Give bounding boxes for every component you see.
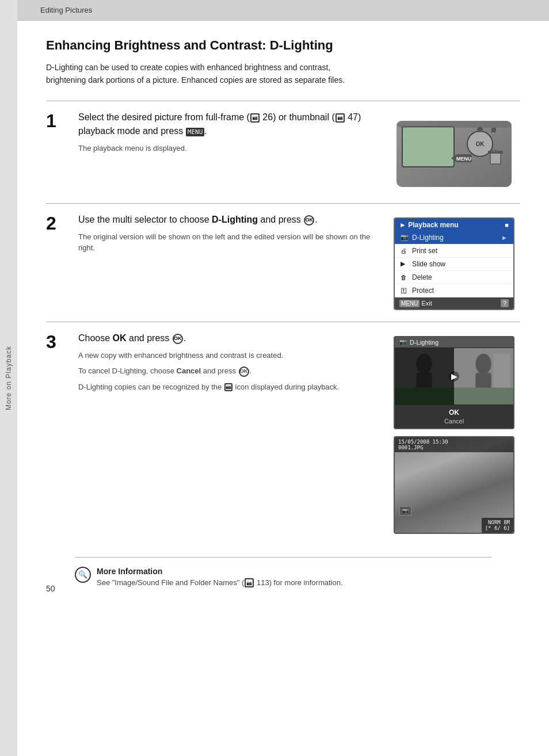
pb-item-label-delete: Delete	[412, 273, 432, 281]
step-1-title: Select the desired picture from full-fra…	[78, 110, 382, 138]
photo-dl-badge: 📷	[399, 506, 411, 516]
page-title: Enhancing Brightness and Contrast: D-Lig…	[46, 38, 520, 53]
more-info-icon: 🔍	[75, 567, 91, 583]
protect-icon: ⚿	[401, 287, 409, 294]
more-info-text: See "Image/Sound File and Folder Names" …	[97, 578, 491, 588]
step-3-body: Choose OK and press OK. A new copy with …	[78, 331, 382, 534]
dl-original-img	[395, 348, 454, 405]
step-2-image: ► Playback menu ■ 📷 D-Lighting ► 🖨 Print…	[394, 213, 520, 310]
step-3-desc: A new copy with enhanced brightness and …	[78, 350, 382, 393]
step-1-body: Select the desired picture from full-fra…	[78, 110, 382, 192]
dlighting-btn-area: OK Cancel	[395, 405, 513, 428]
dlighting-icon: 📷	[401, 234, 409, 241]
pb-item-label-dlighting: D-Lighting	[412, 234, 444, 242]
sidebar: More on Playback	[0, 0, 17, 756]
header-bar: Editing Pictures	[17, 0, 549, 21]
step-3: 3 Choose OK and press OK. A new copy wit…	[46, 322, 520, 534]
step-3-desc-3: D-Lighting copies can be recognized by t…	[78, 381, 382, 393]
photo-with-overlay: 15/05/2008 15:300001.JPG 📷 NORM 8M[* 6/ …	[394, 436, 514, 534]
step-1-image: OK MENU	[394, 110, 520, 192]
photo-overlay-bottom: NORM 8M[* 6/ 6]	[482, 518, 513, 533]
svg-rect-8	[490, 152, 501, 164]
pb-menu-scroll: ■	[505, 222, 509, 228]
menu-symbol-1: MENU	[186, 128, 205, 136]
svg-rect-2	[402, 127, 454, 167]
dlighting-arrow: ►	[501, 234, 508, 241]
step-2-desc: The original version will be shown on th…	[78, 231, 382, 254]
dl-center-arrow: ▶	[449, 371, 459, 381]
breadcrumb: Editing Pictures	[40, 6, 92, 14]
pb-menu-item-printset: 🖨 Print set	[395, 245, 513, 258]
svg-rect-17	[395, 387, 454, 404]
pb-help-icon: ?	[501, 299, 509, 307]
camera-diagram: OK MENU	[394, 115, 514, 190]
svg-rect-21	[454, 387, 513, 404]
pb-item-label-slideshow: Slide show	[412, 260, 445, 268]
step-3-title: Choose OK and press OK.	[78, 331, 382, 345]
pb-menu-item-delete: 🗑 Delete	[395, 271, 513, 284]
step-2: 2 Use the multi selector to choose D-Lig…	[46, 203, 520, 310]
printset-icon: 🖨	[401, 247, 409, 254]
pb-menu-title: ► Playback menu	[399, 221, 459, 229]
pb-item-label-printset: Print set	[412, 247, 437, 255]
pb-item-label-protect: Protect	[412, 287, 434, 295]
step-2-number: 2	[46, 214, 69, 232]
ref-icon-1: 📷	[250, 113, 260, 123]
photo-overlay-top: 15/05/2008 15:300001.JPG	[395, 437, 513, 452]
svg-rect-22	[494, 354, 510, 388]
svg-rect-12	[491, 128, 496, 132]
dl-enhanced-img	[454, 348, 513, 405]
ref-icon-2: 📷	[336, 113, 345, 123]
page-body: Enhancing Brightness and Contrast: D-Lig…	[17, 21, 549, 605]
step-1-number: 1	[46, 112, 69, 130]
svg-point-15	[416, 354, 432, 374]
dlighting-ok-btn[interactable]: OK	[395, 408, 513, 417]
slideshow-icon: ▶	[401, 260, 409, 268]
pb-menu-item-dlighting: 📷 D-Lighting ►	[395, 231, 513, 245]
ok-symbol-1: OK	[304, 215, 314, 226]
step-3-number: 3	[46, 333, 69, 351]
page-footer: 🔍 More Information See "Image/Sound File…	[75, 557, 491, 588]
intro-text: D-Lighting can be used to create copies …	[46, 61, 368, 87]
pb-menu-header: ► Playback menu ■	[395, 219, 513, 231]
pb-menu-item-protect: ⚿ Protect	[395, 284, 513, 297]
ok-symbol-2: OK	[173, 334, 183, 344]
pb-menu-item-slideshow: ▶ Slide show	[395, 258, 513, 271]
svg-point-19	[475, 354, 491, 374]
svg-text:OK: OK	[476, 141, 485, 147]
dlighting-comparison-screen: 📷 D-Lighting	[394, 336, 514, 429]
dlighting-header-label: D-Lighting	[410, 339, 439, 346]
pb-footer-text: MENU Exit	[399, 300, 432, 307]
more-info-content: More Information See "Image/Sound File a…	[97, 567, 491, 588]
delete-icon: 🗑	[401, 274, 409, 281]
dlighting-screen-header: 📷 D-Lighting	[395, 337, 513, 348]
step-3-images: 📷 D-Lighting	[394, 331, 520, 534]
dl-ref-icon: 📷	[224, 383, 232, 391]
step-1-desc: The playback menu is displayed.	[78, 143, 382, 154]
more-info-box: 🔍 More Information See "Image/Sound File…	[75, 567, 491, 588]
dlighting-cancel-btn[interactable]: Cancel	[395, 418, 513, 425]
more-info-title: More Information	[97, 567, 491, 576]
page-number: 50	[46, 584, 55, 593]
main-content: Editing Pictures Enhancing Brightness an…	[17, 0, 549, 756]
step-3-desc-1: A new copy with enhanced brightness and …	[78, 350, 382, 361]
dlighting-images: ▶	[395, 348, 513, 405]
footer-ref-icon: 📷	[245, 578, 254, 587]
dlighting-header-icon: 📷	[399, 339, 406, 345]
step-2-body: Use the multi selector to choose D-Light…	[78, 213, 382, 310]
playback-menu-screenshot: ► Playback menu ■ 📷 D-Lighting ► 🖨 Print…	[394, 217, 514, 310]
pb-menu-footer: MENU Exit ?	[395, 297, 513, 309]
step-1: 1 Select the desired picture from full-f…	[46, 101, 520, 192]
sidebar-label: More on Playback	[5, 346, 13, 410]
svg-text:MENU: MENU	[456, 156, 472, 162]
step-3-desc-2: To cancel D-Lighting, choose Cancel and …	[78, 365, 382, 377]
svg-rect-10	[491, 150, 497, 152]
svg-rect-13	[396, 121, 512, 128]
step-2-title: Use the multi selector to choose D-Light…	[78, 213, 382, 227]
ok-symbol-3: OK	[239, 366, 249, 377]
